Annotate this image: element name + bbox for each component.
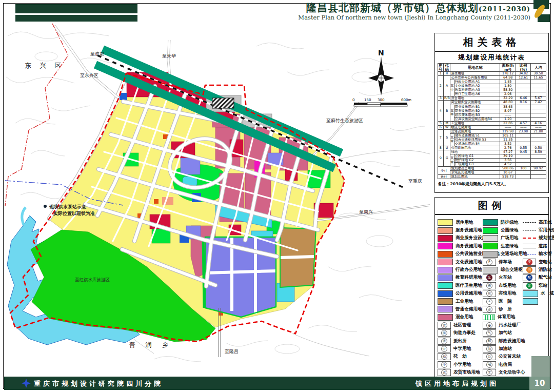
legend-item-label: 派出所 [453,338,467,344]
legend-item: 公公交首末站 [483,353,536,361]
map-label-pump-line1: 现状供水泵站示意 [49,204,87,209]
legend-swatch [483,227,498,234]
legend-symbol-icon: 街 [438,329,451,337]
legend-symbol-icon: 消 [523,266,536,273]
legend-item-label: 水 域 [541,290,554,297]
legend-swatch [438,267,453,273]
legend-symbol-icon: ◒ [483,322,496,329]
legend-columns: 居住用地服务设施用地商业服务业设施用地商务设施用地公共设施营业网点用地文化设施用… [435,215,548,380]
legend-item-label: 军用光缆 [539,227,554,233]
plan-sheet: 隆昌县北部新城（界市镇）总体规划(2011-2030) Master Plan … [0,0,554,392]
map-label-dongxing: 东 兴 区 [25,62,64,69]
map-label-chongqing: 至重庆 [408,179,422,184]
legend-symbol-icon: 中 [438,345,451,352]
legend-swatch [483,267,498,273]
legend-item-label: 宾馆用地 [499,290,516,297]
footer-institute: 重庆市规划设计研究院四川分院 [34,379,163,388]
legend-item: 水 域 [523,290,554,298]
cable-line-icon [523,230,536,231]
legend-item-label: 社区管理 [453,322,471,328]
railway-station-building [212,98,234,108]
legend-symbol-icon: 市 [483,282,496,289]
legend-item: 军用光缆 [523,226,554,234]
legend-item-label: 医 院 [499,299,512,305]
legend-item-label: 停车场 [499,259,512,265]
district-boundary [5,24,68,206]
legend-item-label: 公园绿地 [501,227,518,233]
table-row: 合计规划总用地518.73 [438,175,546,179]
table-row: 其中城市道路用地 S1105.11 [438,133,546,138]
legend-swatch [483,251,498,258]
legend-item-label: 体育用地 [498,314,515,320]
legend-item-label: 道路 [539,243,547,249]
legend-swatch [523,298,538,305]
map-label-mazhu: 至麻竹生态旅游区 [326,118,363,123]
legend-item-label: 市场用地 [499,283,516,289]
legend-symbol-icon: 配 [523,274,536,281]
legend-item-label: 火车站 [499,275,512,281]
legend-symbol-icon: 油 [483,345,496,352]
legend-item-label: 加气站 [499,330,512,336]
table-row: 1R居住用地178.1234.0230.50 [438,72,546,76]
legend-symbol-icon: 诊 [483,306,496,313]
legend-item: 泵泵站 [523,282,554,289]
statistics-table-title: 规划建设用地统计表 [435,53,548,62]
legend-item-label: 医疗卫生用地 [456,283,482,289]
table-row: 7S交通设施用地119.9823.9821.80 [438,129,546,133]
legend-item-label: 街道办事处 [453,330,476,336]
map-label-longchang: 至隆昌 [225,349,239,354]
map-label-pump-line2: 实际位置以现状为准 [53,211,95,216]
legend-swatch [483,219,498,226]
legend-item: 电电信局 [483,361,536,368]
warehouse-industrial-zone [203,228,316,317]
legend-item-label: 输水管 [539,251,552,257]
table-note: 备注：2030年规划聚集人口5.5万人。 [438,181,547,187]
legend-item-label: 公用设施用地 [456,290,482,297]
footer-bar: 重庆市规划设计研究院四川分院 镇区用地布局规划图 10 [4,377,550,390]
legend-item: 邮邮政设施用地 [483,337,536,345]
pump-station-marker [44,205,47,208]
legend-symbol-icon: 泵 [523,282,536,289]
north-arrow: N [368,49,394,95]
svg-text:N: N [378,49,384,57]
legend-swatch [438,243,453,249]
table-row: 水域及其他用地10.67 [438,171,546,175]
legend-item-label: 工业用地 [456,299,473,305]
legend-item-label: 小学用地 [453,362,471,368]
legend-item-label: 行政办公用地 [456,267,482,273]
svg-text:0: 0 [352,98,354,102]
legend-swatch [438,290,453,297]
table-row: 5M工业用地22.864.574.16 [438,121,546,125]
legend-item: 文文化活动中心 [483,368,536,376]
legend-item: 配配气站 [523,274,554,282]
legend-item-label: 公交首末站 [499,354,521,360]
legend-item: 变变电站 [523,258,554,266]
boundary-line-icon [523,238,536,239]
water-line-icon [523,254,536,254]
legend-item: 油加油站 [483,345,536,352]
institute-logo [22,379,31,388]
legend-symbol-icon: P [483,259,496,266]
legend-item-label: 广场用地 [501,235,518,241]
legend-item-label: 污水处理厂 [499,322,521,328]
legend-swatch [483,243,498,249]
map-label-tianhua: 至天华 [162,53,176,58]
footer-drawing-title: 镇区用地布局规划图 [416,379,499,388]
statistics-table-box: 规划建设用地统计表 序号代码用地名称面积(hm²)比例(%)人均1R居住用地17… [434,51,549,193]
legend-item [523,298,554,305]
table-row: 其中行政办公用地 A11.85 [438,80,546,84]
legend-item: 道路 [523,242,554,250]
header-green-bar-top [15,4,137,13]
legend-symbol-icon: 农 [438,369,451,376]
header-green-bar-bottom [15,15,137,22]
table-row: 4B商业服务业设施用地48.808.167.42 [438,101,546,105]
legend-swatch [438,298,453,305]
legend-item-label: 规划范围 [539,235,554,241]
corner-decoration [531,356,550,377]
hv-line-icon [523,222,536,223]
table-row: 2A公共管理与公共服务用地64.9812.6111.65 [438,76,546,80]
legend-item-label: 消防站 [539,267,552,273]
legend-symbol-icon: 幼 [438,353,451,360]
legend-swatch [438,219,453,226]
legend-symbol-icon: 变 [523,259,536,266]
